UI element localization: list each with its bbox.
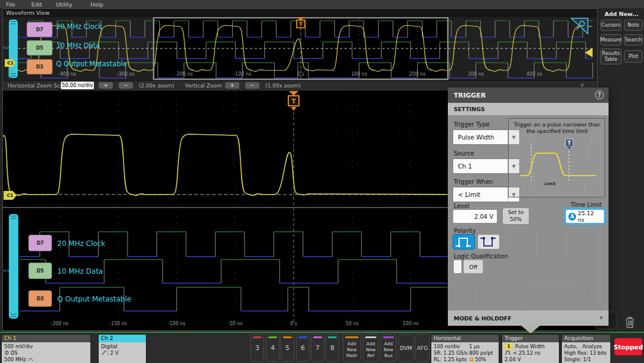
expand-arrows-icon[interactable]: <> [3, 268, 10, 273]
menu-help[interactable]: Help [90, 1, 103, 8]
acquisition-badge[interactable]: Acquisition Auto,Analyze High Res: 13 bi… [561, 334, 611, 363]
trigger-hint-line2: the specified time limit [509, 128, 606, 135]
h-record-length: RL: 1.25 kpts [434, 356, 469, 362]
menu-edit[interactable]: Edit [31, 1, 42, 8]
level-field[interactable]: 2.04 V [453, 209, 497, 223]
add-new-note-button[interactable]: Note [624, 20, 643, 31]
main-axis-label: -50 ns [228, 321, 243, 326]
svg-text:T: T [291, 98, 296, 105]
trigger-hint-box: Trigger on a pulse narrower than the spe… [508, 118, 605, 197]
add-new-measure-button[interactable]: Measure [600, 34, 622, 46]
trash-icon[interactable] [622, 315, 638, 330]
h-zoom-plus-button[interactable]: + [99, 82, 113, 89]
channel-1-badge[interactable]: Ch 1 500 mV/div DS 500 MHz [1, 334, 91, 363]
digital-channel-badge-d5[interactable]: D5 [27, 40, 53, 56]
acquisition-title: Acquisition [562, 335, 610, 342]
dvm-button[interactable]: DVM [398, 334, 414, 362]
channel-button-5[interactable]: 5 [281, 334, 294, 362]
horizontal-badge[interactable]: Horizontal 100 ns/div1 µs SR: 1.25 GS/s8… [431, 334, 499, 363]
channel-button-label: 4 [266, 344, 279, 352]
digital-channel-badge-d7[interactable]: D7 [27, 22, 53, 37]
overview-axis-label: 300 ns [468, 72, 484, 77]
main-axis-label: -150 ns [109, 321, 127, 326]
polarity-positive-button[interactable] [453, 234, 475, 249]
channel-button-8[interactable]: 8 [326, 334, 339, 362]
ch1-title: Ch 1 [2, 335, 90, 342]
trigger-hint-line1: Trigger on a pulse narrower than [509, 122, 606, 128]
add-new-ref-button[interactable]: AddNewRef [363, 334, 379, 362]
channel-label-d5: 10 MHz Data [56, 41, 100, 50]
channel-button-label: 7 [311, 344, 324, 352]
trigger-title: Trigger [502, 335, 559, 342]
menu-file[interactable]: File [6, 1, 15, 8]
mode-holdoff-label: MODE & HOLDOFF [454, 315, 512, 322]
help-icon[interactable]: ? [595, 90, 604, 99]
pulse-width-diagram: T Limit [510, 138, 604, 197]
add-color-strip [365, 336, 376, 338]
h-duration: 1 µs [469, 343, 480, 349]
overview-axis-label: -400 ns [58, 72, 76, 77]
channel-button-3[interactable]: 3 [251, 334, 264, 362]
add-new-cursors-button[interactable]: Cursors [600, 20, 622, 31]
add-new-math-button[interactable]: AddNewMath [343, 334, 361, 362]
digital-channel-badge-d3[interactable]: D3 [28, 290, 52, 307]
time-limit-field[interactable]: A 25.12 ns [565, 209, 605, 224]
digital-channel-badge-d3[interactable]: D3 [27, 59, 53, 74]
trigger-condition: < 25.12 ns [513, 350, 541, 356]
overview-axis-label: 0 s [297, 72, 304, 77]
trigger-when-value: < Limit [458, 191, 480, 198]
ch2-title: Ch 2 [99, 335, 146, 342]
digital-channel-badge-d7[interactable]: D7 [28, 235, 52, 251]
overview-axis-label: -200 ns [175, 72, 193, 77]
waveform-overview[interactable]: T <> C1 -400 ns-300 ns-200 ns-100 ns0 s1… [3, 17, 597, 80]
channel-color-strip [328, 336, 337, 338]
channel-button-6[interactable]: 6 [296, 334, 310, 362]
trigger-type: Pulse Width [515, 343, 545, 349]
logic-toggle-value[interactable]: Off [463, 260, 483, 274]
menu-utility[interactable]: Utility [56, 1, 72, 8]
logic-toggle-knob[interactable] [453, 260, 462, 274]
add-new-results-table-button[interactable]: Results Table [600, 48, 622, 64]
add-new-search-button[interactable]: Search [624, 34, 643, 46]
overview-drag-handle[interactable] [9, 20, 18, 78]
tab-settings[interactable]: SETTINGS [448, 103, 609, 116]
afg-button[interactable]: AFG [415, 334, 430, 362]
main-axis-label: -200 ns [51, 321, 69, 326]
add-button-label: AddNewBus [381, 341, 396, 358]
trigger-panel-header[interactable]: TRIGGER ? [448, 87, 609, 103]
h-zoom-scale-input[interactable]: 50.00 ns/div [61, 82, 94, 89]
h-zoom-minus-button[interactable]: − [119, 82, 133, 89]
trigger-badge[interactable]: Trigger 1Pulse Width < 25.12 ns 2.04 V [502, 334, 560, 363]
run-stop-status[interactable]: Stopped [614, 338, 642, 355]
source-label: Source [454, 150, 474, 157]
expansion-point-icon [469, 357, 474, 362]
set-to-line1: Set to [508, 209, 524, 216]
add-new-title: Add New... [599, 11, 644, 17]
channel-button-7[interactable]: 7 [311, 334, 324, 362]
channel-button-4[interactable]: 4 [266, 334, 279, 362]
digital-group-drag-handle[interactable] [9, 214, 18, 319]
horizontal-title: Horizontal [431, 335, 499, 342]
channel-color-strip [283, 336, 292, 338]
acq-analyze: Analyze [582, 343, 602, 349]
main-axis-label: 50 ns [346, 321, 359, 326]
digital-channel-badge-d5[interactable]: D5 [28, 262, 52, 279]
ch1-coupling: DS [11, 350, 18, 356]
mode-holdoff-footer[interactable]: MODE & HOLDOFF › [448, 310, 609, 326]
trigger-level: 2.04 V [505, 356, 521, 362]
polarity-negative-button[interactable] [477, 234, 500, 249]
expand-arrows-icon[interactable]: <> [3, 46, 10, 50]
add-new-plot-button[interactable]: Plot [624, 50, 643, 63]
channel-label-d5: 10 MHz Data [57, 267, 103, 276]
main-axis-label: 0 s [290, 321, 297, 326]
h-sample-rate: SR: 1.25 GS/s [434, 350, 469, 356]
set-to-50-button[interactable]: Set to 50% [502, 208, 529, 225]
add-color-strip [345, 336, 359, 338]
add-new-bus-button[interactable]: AddNewBus [380, 334, 396, 362]
logic-qualification-label: Logic Qualification [454, 253, 508, 260]
v-zoom-plus-button[interactable]: + [225, 82, 239, 89]
channel-2-badge[interactable]: Ch 2 Digital : 2 V [98, 334, 147, 363]
pulse-icon [505, 350, 511, 355]
channel-label-d7: 20 MHz Clock [57, 239, 105, 248]
v-zoom-minus-button[interactable]: − [245, 82, 259, 89]
